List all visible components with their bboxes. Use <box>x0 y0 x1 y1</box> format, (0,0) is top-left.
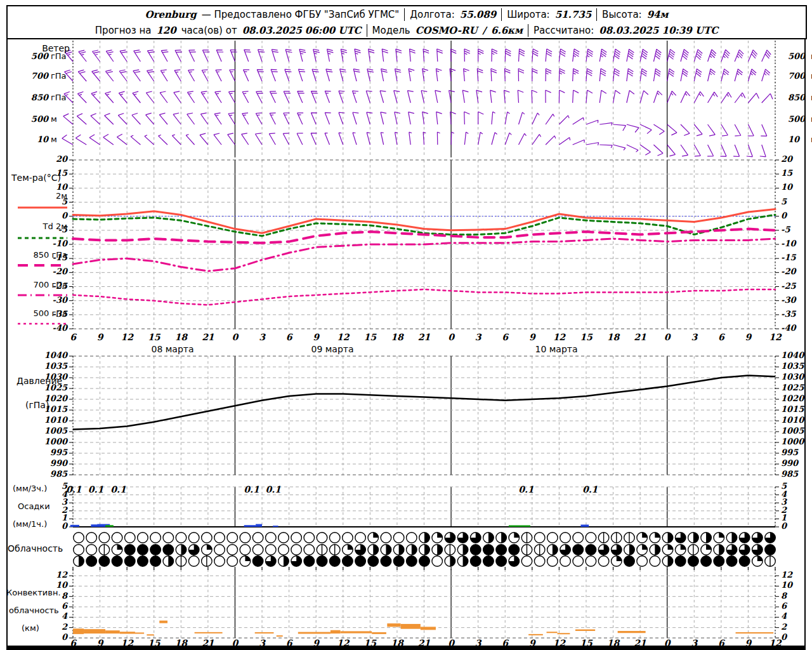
x-hour-label: 3 <box>475 333 481 342</box>
wind-level-unit: гПа <box>51 72 69 81</box>
x-hour-label: 6 <box>502 333 508 342</box>
y-tick-label: 985 <box>0 470 67 479</box>
meteogram-page: Orenburg — Предоставлено ФГБУ "ЗапСиб УГ… <box>0 0 812 650</box>
y-tick-label: 0 <box>0 211 67 220</box>
y-tick-label: 5 <box>781 197 787 206</box>
legend-label: Td 2м <box>0 222 67 231</box>
y-tick-label: 1025 <box>0 383 67 392</box>
x-hour-label: 21 <box>202 333 214 342</box>
x-hour-label-bottom: 21 <box>634 639 646 647</box>
precip-tick-right: 0 <box>781 522 787 531</box>
wind-level-num-right: 500 <box>788 52 805 61</box>
x-hour-label: 12 <box>769 333 781 342</box>
x-hour-label: 6 <box>718 333 724 342</box>
x-hour-label-bottom: 15 <box>580 639 592 647</box>
wind-level-num-right: 10 <box>788 135 799 144</box>
precip-tick: 0 <box>0 522 67 531</box>
conv-tick: 8 <box>0 592 67 600</box>
wind-level-num: 10 <box>0 135 48 144</box>
x-hour-label-bottom: 12 <box>553 639 565 647</box>
x-hour-label-bottom: 18 <box>175 639 187 647</box>
x-hour-label: 6 <box>286 333 292 342</box>
y-tick-label: 1040 <box>781 351 804 360</box>
y-tick-label: 1015 <box>781 405 804 414</box>
y-tick-label: 990 <box>0 459 67 468</box>
cloud-panel-title: Облачность <box>8 543 63 554</box>
conv-tick-right: 12 <box>781 571 792 580</box>
x-hour-label-bottom: 0 <box>232 639 239 647</box>
y-tick-label: 20 <box>781 155 792 164</box>
y-tick-label: 0 <box>781 211 787 220</box>
x-hour-label: 18 <box>175 333 187 342</box>
x-hour-label: 6 <box>70 333 76 342</box>
conv-tick-right: 6 <box>781 602 787 611</box>
y-tick-label: -10 <box>0 239 67 248</box>
y-tick-label: -10 <box>781 239 796 248</box>
y-tick-label: 1020 <box>0 394 67 403</box>
x-date-label: 08 марта <box>151 344 193 354</box>
meteogram-canvas <box>0 0 812 650</box>
conv-tick-right: 2 <box>781 623 787 632</box>
x-hour-label: 21 <box>634 333 646 342</box>
x-hour-label-bottom: 15 <box>148 639 160 647</box>
precip-amount-label: 0.1 <box>518 484 534 494</box>
y-tick-label: 990 <box>781 459 798 468</box>
x-hour-label: 12 <box>337 333 349 342</box>
x-hour-label: 0 <box>664 333 671 342</box>
x-hour-label: 0 <box>232 333 239 342</box>
wind-level-num: 500 <box>0 52 48 61</box>
x-hour-label: 9 <box>529 333 535 342</box>
precip-amount-label: 0.1 <box>66 484 81 494</box>
x-hour-label-bottom: 6 <box>70 639 76 647</box>
x-hour-label: 3 <box>259 333 265 342</box>
x-hour-label-bottom: 6 <box>718 639 724 647</box>
x-hour-label-bottom: 12 <box>769 639 781 647</box>
x-hour-label-bottom: 9 <box>529 639 535 647</box>
y-tick-label: 1005 <box>781 427 804 435</box>
y-tick-label: 1040 <box>0 351 67 360</box>
precip-amount-label: 0.1 <box>88 484 103 494</box>
y-tick-label: 1035 <box>0 362 67 371</box>
x-hour-label: 9 <box>313 333 319 342</box>
x-hour-label: 9 <box>97 333 103 342</box>
y-tick-label: 15 <box>0 169 67 178</box>
x-hour-label-bottom: 18 <box>607 639 619 647</box>
y-tick-label: 1015 <box>0 405 67 414</box>
y-tick-label: 995 <box>781 448 798 457</box>
x-hour-label-bottom: 0 <box>664 639 671 647</box>
y-tick-label: 1035 <box>781 362 804 371</box>
x-hour-label: 15 <box>364 333 376 342</box>
wind-level-unit: гПа <box>51 52 69 61</box>
x-hour-label-bottom: 21 <box>418 639 430 647</box>
y-tick-label: 10 <box>781 183 792 192</box>
x-hour-label-bottom: 9 <box>745 639 752 647</box>
wind-level-num-right: 500 <box>788 115 805 124</box>
x-hour-label: 9 <box>745 333 752 342</box>
wind-level-unit: гПа <box>51 93 69 102</box>
wind-level-unit: м <box>51 135 69 144</box>
y-tick-label: 1025 <box>781 383 804 392</box>
x-hour-label-bottom: 18 <box>391 639 403 647</box>
conv-tick: 6 <box>0 602 67 611</box>
precip-amount-label: 0.1 <box>582 484 598 494</box>
x-hour-label: 12 <box>121 333 133 342</box>
x-hour-label-bottom: 6 <box>286 639 292 647</box>
y-tick-label: 1005 <box>0 427 67 435</box>
legend-label: 850 гПа <box>0 251 67 260</box>
precip-amount-label: 0.1 <box>244 484 259 494</box>
y-tick-label: 1030 <box>0 373 67 381</box>
x-hour-label: 12 <box>553 333 565 342</box>
x-hour-label-bottom: 3 <box>259 639 265 647</box>
conv-tick-right: 8 <box>781 592 787 600</box>
wind-level-unit: м <box>51 115 69 124</box>
y-tick-label: 20 <box>0 155 67 164</box>
y-tick-label: 1010 <box>0 416 67 425</box>
y-tick-label: 1000 <box>781 437 804 446</box>
wind-level-num: 850 <box>0 93 48 102</box>
legend-label: 2м <box>0 192 67 201</box>
x-hour-label: 15 <box>148 333 160 342</box>
x-hour-label-bottom: 12 <box>337 639 349 647</box>
conv-tick-right: 0 <box>781 633 787 642</box>
x-hour-label: 3 <box>691 333 697 342</box>
x-hour-label: 18 <box>391 333 403 342</box>
